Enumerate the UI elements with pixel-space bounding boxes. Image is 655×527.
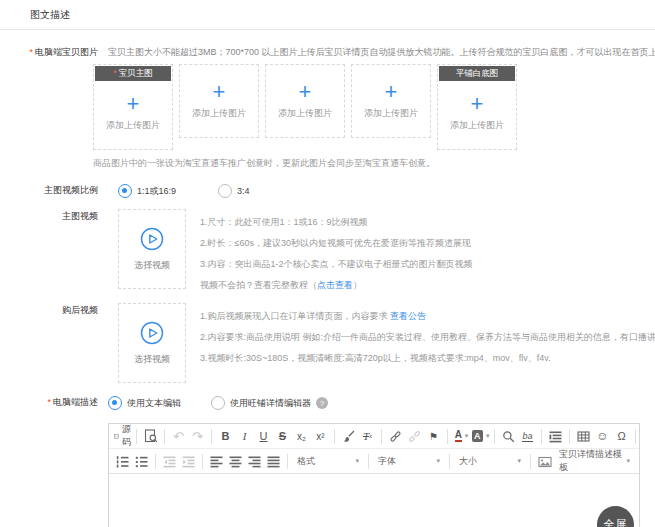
select-video-label: 选择视频 (134, 259, 170, 272)
superscript-button[interactable]: x² (312, 426, 329, 446)
toolbar-separator (368, 454, 369, 469)
help-icon[interactable]: ? (316, 397, 328, 409)
align-center-button[interactable] (227, 451, 244, 471)
align-right-button[interactable] (246, 451, 263, 471)
toolbar-separator (494, 429, 495, 444)
after-video-select-box[interactable]: 选择视频 (118, 303, 186, 383)
images-caption: 商品图片中的一张设为淘宝直通车推广创意时，更新此图片会同步至淘宝直通车创意。 (93, 157, 655, 170)
toolbar-separator (569, 429, 570, 444)
unlink-button[interactable] (406, 426, 423, 446)
required-mark: * (113, 68, 116, 78)
ordered-list-button[interactable] (114, 451, 131, 471)
detail-template-select[interactable]: 宝贝详情描述模板 ▾ (554, 451, 635, 471)
table-button[interactable] (575, 426, 592, 446)
pc-desc-label: *电脑端描述 (0, 395, 108, 409)
emoticon-button[interactable]: ☺ (594, 426, 611, 446)
toolbar-separator (530, 454, 531, 469)
size-select[interactable]: 大小 ▾ (454, 451, 526, 471)
main-video-label: 主图视频 (0, 209, 108, 223)
align-left-icon (210, 455, 223, 468)
main-video-select-box[interactable]: 选择视频 (118, 209, 186, 289)
editor-content[interactable] (109, 474, 639, 527)
ratio-option-1-1-16-9[interactable]: 1:1或16:9 (118, 184, 176, 198)
upload-box-main[interactable]: *宝贝主图 + 添加上传图片 (93, 64, 173, 150)
upload-boxes: *宝贝主图 + 添加上传图片 + 添加上传图片 + 添加上传图片 + 添加上传图… (93, 64, 655, 150)
chevron-down-icon: ▾ (436, 457, 440, 465)
outdent-button[interactable] (161, 451, 178, 471)
radio-selected-icon (118, 184, 132, 198)
brush-icon (342, 430, 355, 443)
plus-icon: + (213, 82, 226, 102)
link-button[interactable] (387, 426, 404, 446)
bullet-list-button[interactable] (133, 451, 150, 471)
unlink-icon (408, 430, 421, 443)
indent-button[interactable] (180, 451, 197, 471)
align-left-button[interactable] (208, 451, 225, 471)
insert-image-button[interactable] (536, 451, 553, 471)
align-center-icon (229, 455, 242, 468)
bold-button[interactable]: B (217, 426, 234, 446)
main-image-badge: *宝贝主图 (95, 66, 171, 81)
underline-button[interactable]: U (255, 426, 272, 446)
video-ratio-label: 主图视频比例 (0, 183, 108, 197)
align-justify-button[interactable] (265, 451, 282, 471)
undo-button[interactable]: ↶ (170, 426, 187, 446)
toolbar-separator (202, 454, 203, 469)
special-char-button[interactable]: Ω (613, 426, 630, 446)
video-ratio-row: 主图视频比例 1:1或16:9 3:4 (0, 183, 655, 198)
desc-option-text-editor[interactable]: 使用文本编辑 (108, 396, 181, 410)
text-color-button[interactable]: A ▾ (453, 426, 470, 446)
italic-button[interactable]: I (236, 426, 253, 446)
plus-icon: + (471, 94, 484, 114)
chevron-down-icon: ▾ (355, 457, 359, 465)
upload-box-4[interactable]: + 添加上传图片 (351, 64, 431, 138)
ordered-list-icon (116, 455, 129, 468)
hint-line: 2.时长：≤60s，建议30秒以内短视频可优先在爱逛街等推荐频道展现 (200, 233, 473, 254)
format-select[interactable]: 格式 ▾ (292, 451, 364, 471)
upload-box-whitebg[interactable]: 平铺白底图 + 添加上传图片 (437, 64, 517, 150)
chevron-down-icon: ▾ (626, 457, 630, 465)
editor-toolbar-row-2: 格式 ▾ 字体 ▾ 大小 ▾ 宝贝详情描述模板 ▾ (109, 449, 639, 474)
upload-label: 添加上传图片 (192, 107, 246, 120)
radio-icon (218, 184, 232, 198)
anchor-flag-button[interactable]: ⚑ (425, 426, 442, 446)
toolbar-separator (155, 454, 156, 469)
subscript-button[interactable]: x₂ (293, 426, 310, 446)
rich-text-editor: 源码 ↶ ↷ B I U S x₂ x² Tx (108, 423, 640, 527)
preview-icon (144, 429, 158, 443)
ratio-option-3-4[interactable]: 3:4 (218, 184, 250, 198)
blockquote-icon (549, 430, 562, 443)
hint-line: 1.尺寸：此处可使用1：1或16：9比例视频 (200, 212, 473, 233)
align-right-icon (248, 455, 261, 468)
toolbar-separator (334, 429, 335, 444)
desc-option-wangpu-editor[interactable]: 使用旺铺详情编辑器 ? (211, 396, 328, 410)
after-video-hints: 1.购后视频展现入口在订单详情页面，内容要求 查看公告 2.内容要求:商品使用说… (200, 303, 655, 369)
toolbar-separator (447, 429, 448, 444)
preview-button[interactable] (142, 426, 159, 446)
strikethrough-button[interactable]: S (274, 426, 291, 446)
main-video-hints: 1.尺寸：此处可使用1：1或16：9比例视频 2.时长：≤60s，建议30秒以内… (200, 209, 473, 296)
indent-icon (182, 455, 195, 468)
background-color-button[interactable]: A ▾ (472, 426, 489, 446)
replace-button[interactable]: ba (519, 426, 536, 446)
align-justify-icon (267, 455, 280, 468)
redo-button[interactable]: ↷ (189, 426, 206, 446)
upload-box-2[interactable]: + 添加上传图片 (179, 64, 259, 138)
font-select[interactable]: 字体 ▾ (373, 451, 445, 471)
source-code-button[interactable]: 源码 (114, 426, 131, 446)
page-title: 图文描述 (30, 9, 70, 20)
find-button[interactable] (500, 426, 517, 446)
announcement-link[interactable]: 查看公告 (390, 311, 426, 321)
format-painter-button[interactable] (340, 426, 357, 446)
toolbar-separator (635, 429, 636, 444)
remove-format-button[interactable]: Tx (359, 426, 376, 446)
radio-selected-icon (108, 396, 122, 410)
upload-label: 添加上传图片 (450, 119, 504, 132)
bullet-list-icon (135, 455, 148, 468)
tutorial-link[interactable]: 点击查看 (317, 280, 353, 290)
upload-box-3[interactable]: + 添加上传图片 (265, 64, 345, 138)
blockquote-button[interactable] (547, 426, 564, 446)
required-mark: * (47, 397, 51, 407)
outdent-icon (163, 455, 176, 468)
toolbar-separator (449, 454, 450, 469)
